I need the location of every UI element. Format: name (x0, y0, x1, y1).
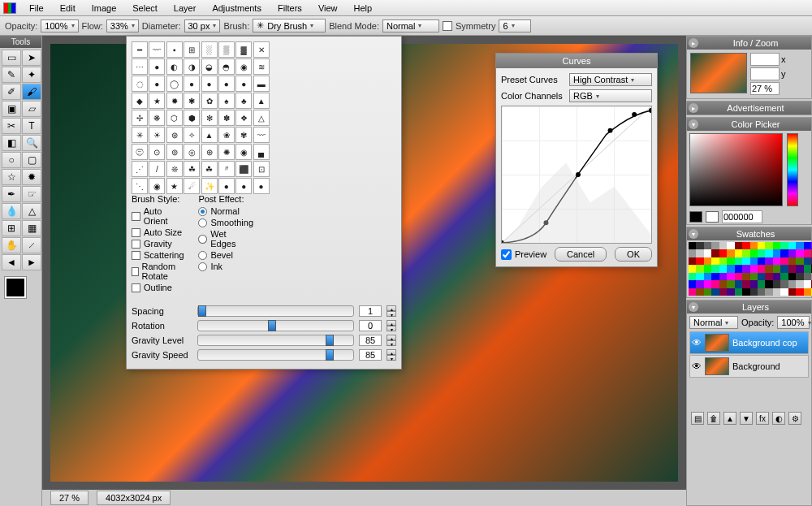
down-layer-button[interactable]: ▼ (740, 412, 753, 425)
swatch[interactable] (796, 257, 803, 265)
curves-graph[interactable] (501, 106, 652, 244)
brush-preset[interactable]: ✹ (166, 93, 183, 109)
tool-star[interactable]: ☆ (2, 169, 21, 185)
brush-preset[interactable]: ▲ (253, 93, 270, 109)
swatch[interactable] (750, 280, 758, 288)
brush-preset[interactable]: ● (235, 76, 252, 92)
swatch[interactable] (773, 249, 780, 257)
brush-preset[interactable]: ⬡ (166, 110, 183, 126)
tool-pencil[interactable]: ✐ (2, 84, 21, 100)
swatch[interactable] (704, 280, 711, 288)
spacing-up-button[interactable]: ▴ (387, 305, 396, 311)
current-color-swatch[interactable] (689, 211, 702, 223)
brush-preset[interactable]: ⋯ (132, 58, 148, 75)
swatch[interactable] (773, 257, 780, 265)
diameter-select[interactable]: 30 px (184, 19, 221, 32)
menu-select[interactable]: Select (124, 3, 166, 13)
brush-preset[interactable]: ⊛ (166, 127, 183, 143)
outline-checkbox[interactable] (132, 283, 140, 292)
swatch[interactable] (727, 280, 734, 288)
brush-preset[interactable]: ✢ (132, 110, 148, 126)
tool-eraser[interactable]: ▱ (22, 101, 41, 117)
brush-select[interactable]: ✳ Dry Brush (253, 19, 326, 32)
rotation-slider[interactable] (197, 320, 354, 331)
tool-ellipse[interactable]: ○ (2, 152, 21, 168)
brush-preset[interactable]: ◉ (149, 178, 165, 194)
brush-preset[interactable]: △ (253, 110, 270, 126)
brush-preset[interactable]: ▓ (235, 41, 252, 58)
swatch[interactable] (689, 257, 696, 265)
brush-preset[interactable]: ▒ (218, 41, 235, 58)
tool-pen[interactable]: ✒ (2, 186, 21, 202)
hex-input[interactable] (722, 210, 762, 223)
brush-preset[interactable]: ● (149, 58, 165, 75)
tool-gradient[interactable]: ◧ (2, 135, 21, 151)
tool-next[interactable]: ► (22, 254, 41, 270)
swatch[interactable] (719, 257, 727, 265)
gravity-speed-slider[interactable] (197, 349, 354, 361)
brush-preset[interactable]: ⋱ (132, 178, 148, 194)
menu-edit[interactable]: Edit (52, 3, 84, 13)
swatch[interactable] (735, 265, 742, 272)
info-x-input[interactable] (750, 53, 780, 66)
tool-spiral[interactable]: ✹ (22, 169, 41, 185)
tool-smudge[interactable]: ☞ (22, 186, 41, 202)
brush-preset[interactable]: ◓ (218, 58, 235, 75)
layer-row[interactable]: 👁 Background (689, 355, 809, 378)
swatch[interactable] (780, 288, 788, 296)
swatch[interactable] (727, 288, 734, 296)
tool-crop[interactable]: ✂ (2, 118, 21, 134)
swatch[interactable] (704, 273, 711, 280)
swatch[interactable] (804, 265, 811, 272)
rotation-down-button[interactable]: ▾ (387, 326, 396, 331)
tool-stamp[interactable]: ▦ (22, 220, 41, 236)
swatch[interactable] (704, 265, 711, 272)
brush-preset[interactable]: ● (201, 76, 218, 92)
brush-preset[interactable]: ♣ (235, 93, 252, 109)
rotation-input[interactable] (359, 320, 382, 331)
brush-preset[interactable]: ▄ (253, 144, 270, 160)
swatch[interactable] (689, 249, 696, 257)
mask-layer-button[interactable]: ◐ (772, 412, 785, 425)
brush-preset[interactable]: ✱ (184, 93, 200, 109)
layer-row[interactable]: 👁 Background cop (689, 331, 809, 354)
brush-preset[interactable]: ◎ (184, 144, 200, 160)
brush-preset[interactable]: ▲ (201, 127, 218, 143)
swatch[interactable] (765, 280, 772, 288)
brush-preset[interactable]: ✕ (253, 41, 270, 58)
brush-preset[interactable]: ⋰ (132, 161, 148, 177)
brush-preset[interactable]: ● (253, 178, 270, 194)
brush-preset[interactable]: ◐ (166, 58, 183, 75)
gravity-speed-input[interactable] (359, 349, 382, 361)
menu-filters[interactable]: Filters (270, 3, 310, 13)
swatch[interactable] (788, 265, 796, 272)
effect-bevel-radio[interactable] (198, 251, 207, 260)
swatch[interactable] (696, 280, 703, 288)
swatch[interactable] (750, 257, 758, 265)
collapse-icon[interactable]: ▾ (689, 119, 698, 129)
swatch[interactable] (719, 273, 727, 280)
up-layer-button[interactable]: ▲ (723, 412, 736, 425)
ok-button[interactable]: OK (615, 247, 652, 262)
brush-preset[interactable]: ▬ (253, 76, 270, 92)
brush-preset[interactable]: ≋ (253, 58, 270, 75)
brush-preset[interactable]: ◆ (132, 93, 148, 109)
brush-preset[interactable]: ♠ (218, 93, 235, 109)
swatch[interactable] (765, 249, 772, 257)
swatch[interactable] (758, 242, 765, 249)
tool-hand[interactable]: ✋ (2, 237, 21, 253)
cancel-button[interactable]: Cancel (555, 247, 607, 262)
brush-preset[interactable]: ● (235, 178, 252, 194)
fx-layer-button[interactable]: fx (756, 412, 769, 425)
brush-preset[interactable]: ❀ (218, 127, 235, 143)
spacing-slider[interactable] (197, 305, 354, 317)
tool-move[interactable]: ➤ (22, 50, 41, 66)
swatch[interactable] (788, 257, 796, 265)
brush-preset[interactable]: ★ (166, 178, 183, 194)
brush-preset[interactable]: ░ (201, 41, 218, 58)
brush-preset[interactable]: ● (149, 76, 165, 92)
swatch[interactable] (750, 288, 758, 296)
swatch[interactable] (804, 288, 811, 296)
brush-preset[interactable]: ㊂ (132, 144, 148, 160)
swatch[interactable] (773, 242, 780, 249)
